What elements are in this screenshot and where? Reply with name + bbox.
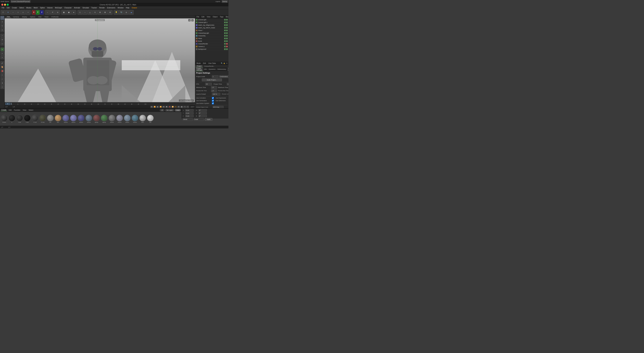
- vp-tab-display[interactable]: Display: [21, 16, 28, 18]
- tool-camera[interactable]: 📷: [119, 10, 124, 15]
- obj-plane-star[interactable]: Plane * ✓ ✓: [195, 29, 228, 32]
- tool-mode-6[interactable]: +: [26, 10, 30, 15]
- obj-swat-geo[interactable]: swatA_rig_v06geometry ✓ ✓: [195, 24, 228, 26]
- project-tab-octane[interactable]: OctaneRende...: [203, 65, 216, 67]
- obj-camera1[interactable]: Camera.1 ✓ ●: [195, 45, 228, 48]
- props-menu-mode[interactable]: Mode: [196, 62, 201, 64]
- mat-item-astand6[interactable]: aStand: [116, 115, 123, 123]
- tool-polys[interactable]: ◻: [0, 42, 4, 46]
- obj-flag-vis[interactable]: ✓: [224, 30, 226, 31]
- tool-cone[interactable]: △: [88, 10, 92, 15]
- mat-item-qjanga2[interactable]: qjanga: [101, 115, 108, 123]
- playback-record[interactable]: ⏺: [168, 106, 171, 108]
- vp-tab-prorender[interactable]: ProRender: [50, 16, 60, 18]
- playback-first[interactable]: ⏮: [150, 106, 153, 108]
- obj-flag-render[interactable]: ✓: [226, 27, 228, 28]
- layout-select[interactable]: Startup: [222, 0, 228, 3]
- prop-check-use-motion[interactable]: [212, 102, 214, 104]
- obj-flag-vis[interactable]: ✓: [224, 32, 226, 34]
- minimize-button[interactable]: [4, 4, 6, 6]
- menu-file[interactable]: File: [1, 7, 5, 9]
- mat-tab-create[interactable]: Create: [1, 109, 7, 111]
- tool-z[interactable]: Z: [40, 10, 44, 15]
- tool-bevel[interactable]: ⬡: [0, 85, 4, 89]
- menu-character[interactable]: Character: [64, 7, 73, 9]
- tool-sky[interactable]: ☁: [129, 10, 134, 15]
- tool-mode-2[interactable]: ✛: [6, 10, 10, 15]
- obj-flag-render[interactable]: ✓: [226, 19, 228, 20]
- mat-item-9slic[interactable]: 9-Slic: [24, 115, 31, 123]
- mat-item-astand3[interactable]: aStand: [78, 115, 84, 123]
- mat-item-2slic[interactable]: 2-Slic: [16, 115, 23, 123]
- obj-flag-render[interactable]: ✓: [226, 40, 228, 42]
- obj-flag-vis[interactable]: ✓: [224, 19, 226, 20]
- menu-animate[interactable]: Animate: [73, 7, 81, 9]
- mat-item-qjanga1[interactable]: qjanga: [93, 115, 100, 123]
- playback-last[interactable]: ⏭: [162, 106, 165, 108]
- prop-input-prev-min[interactable]: [211, 90, 217, 92]
- obj-flag-vis[interactable]: ✓: [224, 46, 226, 47]
- filter-no-layer[interactable]: No Layer: [165, 109, 174, 111]
- props-gear-icon[interactable]: ⚙: [226, 62, 228, 64]
- prop-input-project-scale[interactable]: [212, 75, 218, 78]
- tool-s2[interactable]: S: [0, 52, 4, 55]
- obj-flag-vis[interactable]: ✓: [224, 24, 226, 26]
- tool-points[interactable]: •: [0, 34, 4, 38]
- mat-item-mat[interactable]: Mat: [147, 115, 154, 123]
- tool-target[interactable]: ◎: [124, 10, 128, 15]
- mat-item-11edi[interactable]: 11-edi: [32, 115, 38, 123]
- menu-simulate[interactable]: Simulate: [82, 7, 90, 9]
- props-lock-icon[interactable]: 🔒: [223, 62, 225, 64]
- obj-menu-tags[interactable]: Tags: [219, 16, 224, 18]
- tool-extrude-l[interactable]: ⬆: [0, 81, 4, 85]
- coord-h-input[interactable]: [198, 109, 207, 112]
- motion-btn[interactable]: ≡: [186, 106, 189, 108]
- coord-p-input[interactable]: [198, 112, 207, 114]
- close-button[interactable]: [1, 4, 3, 6]
- timeline-ruler[interactable]: 1 5 10 15 20 25 30 35 40: [11, 103, 194, 105]
- menu-window[interactable]: Window: [116, 7, 124, 9]
- obj-plane[interactable]: Plane ✓ ✓: [195, 37, 228, 40]
- tool-select[interactable]: ↖: [0, 16, 4, 20]
- menu-extensions[interactable]: Extensions: [106, 7, 116, 9]
- tool-mode-5[interactable]: ◇: [21, 10, 26, 15]
- tool-scale[interactable]: ⇲: [55, 10, 60, 15]
- mat-tab-view[interactable]: View: [22, 109, 27, 111]
- mat-item-astand1[interactable]: aStand: [62, 115, 69, 123]
- prop-input-project-time[interactable]: [227, 83, 228, 86]
- obj-flag-render[interactable]: ✓: [226, 48, 228, 50]
- obj-flag-vis[interactable]: ✓: [224, 38, 226, 39]
- apply-button[interactable]: Apply: [205, 118, 212, 121]
- tool-render-preview[interactable]: ▦: [61, 10, 66, 15]
- obj-menu-file[interactable]: File: [196, 16, 200, 18]
- coord-scale-select[interactable]: Scale: [194, 118, 204, 121]
- obj-octane-render[interactable]: OctaneRender ✓ ●: [195, 42, 228, 45]
- obj-boole[interactable]: Boole ✓ ✓: [195, 40, 228, 42]
- render-btn[interactable]: R: [174, 106, 177, 108]
- tool-sphere[interactable]: ○: [82, 10, 87, 15]
- scale-project-button[interactable]: Scale Project...: [202, 78, 222, 81]
- ptab-dynamics[interactable]: Dynamics: [208, 68, 216, 70]
- tool-scale-3d[interactable]: ⇔: [0, 28, 4, 32]
- props-menu-user-data[interactable]: User Data: [208, 62, 216, 64]
- obj-OctaneLight[interactable]: OctaneLight ✓ ✓: [195, 18, 228, 21]
- obj-flag-render[interactable]: ●: [226, 43, 228, 45]
- menu-modes[interactable]: Modes: [25, 7, 32, 9]
- obj-flag-vis[interactable]: ✓: [224, 22, 226, 23]
- menu-render[interactable]: Render: [98, 7, 106, 9]
- mat-tab-function[interactable]: Function: [13, 109, 21, 111]
- playback-prev[interactable]: ⏪: [153, 106, 156, 108]
- obj-flag-vis[interactable]: ✓: [224, 48, 226, 50]
- mat-tab-select[interactable]: Select: [28, 109, 34, 111]
- node-space-select[interactable]: Current (Standard/Physical): [11, 0, 30, 3]
- timeline-btn[interactable]: ▦: [180, 106, 183, 108]
- vp-fullscreen-btn[interactable]: ⊞: [188, 19, 191, 22]
- ptab-info[interactable]: Info: [203, 68, 208, 70]
- tool-brush[interactable]: 🖌: [0, 61, 4, 65]
- obj-flag-render[interactable]: ✓: [226, 24, 228, 26]
- playback-next[interactable]: ⏩: [159, 106, 162, 108]
- tool-move[interactable]: ↔: [45, 10, 50, 15]
- tool-y[interactable]: Y: [36, 10, 40, 15]
- mat-item-face[interactable]: face: [54, 115, 62, 123]
- mat-item-mat1[interactable]: Mat1: [139, 115, 146, 123]
